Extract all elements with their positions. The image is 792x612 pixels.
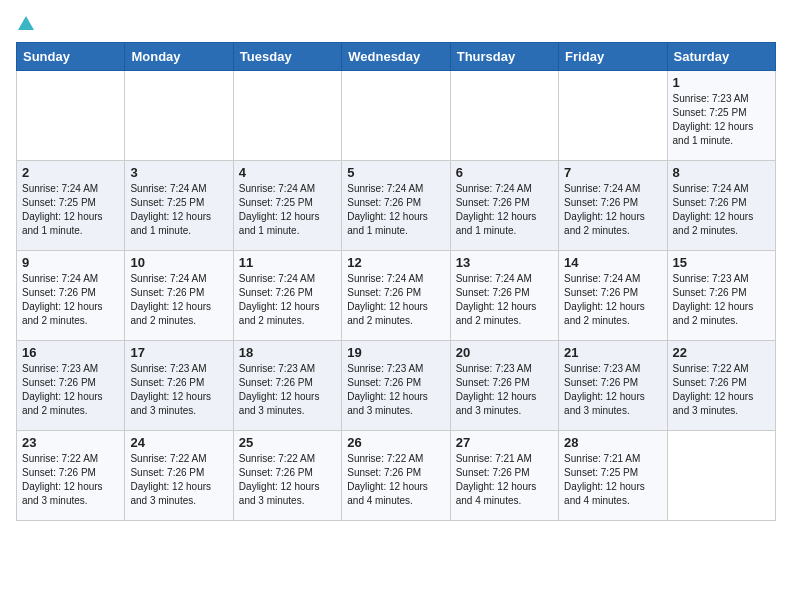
day-number: 25 <box>239 435 336 450</box>
day-number: 20 <box>456 345 553 360</box>
day-info: Sunrise: 7:24 AM Sunset: 7:26 PM Dayligh… <box>347 182 444 238</box>
calendar-cell: 18Sunrise: 7:23 AM Sunset: 7:26 PM Dayli… <box>233 341 341 431</box>
day-info: Sunrise: 7:24 AM Sunset: 7:26 PM Dayligh… <box>456 272 553 328</box>
day-number: 7 <box>564 165 661 180</box>
calendar-cell: 27Sunrise: 7:21 AM Sunset: 7:26 PM Dayli… <box>450 431 558 521</box>
day-info: Sunrise: 7:23 AM Sunset: 7:26 PM Dayligh… <box>347 362 444 418</box>
day-number: 5 <box>347 165 444 180</box>
calendar-cell: 24Sunrise: 7:22 AM Sunset: 7:26 PM Dayli… <box>125 431 233 521</box>
calendar-day-header: Friday <box>559 43 667 71</box>
day-info: Sunrise: 7:24 AM Sunset: 7:26 PM Dayligh… <box>22 272 119 328</box>
calendar-day-header: Thursday <box>450 43 558 71</box>
day-info: Sunrise: 7:23 AM Sunset: 7:25 PM Dayligh… <box>673 92 770 148</box>
calendar-cell: 16Sunrise: 7:23 AM Sunset: 7:26 PM Dayli… <box>17 341 125 431</box>
calendar-cell: 3Sunrise: 7:24 AM Sunset: 7:25 PM Daylig… <box>125 161 233 251</box>
day-number: 4 <box>239 165 336 180</box>
day-info: Sunrise: 7:21 AM Sunset: 7:25 PM Dayligh… <box>564 452 661 508</box>
day-number: 24 <box>130 435 227 450</box>
day-number: 16 <box>22 345 119 360</box>
day-number: 9 <box>22 255 119 270</box>
calendar-cell <box>233 71 341 161</box>
calendar-cell <box>342 71 450 161</box>
calendar-cell: 4Sunrise: 7:24 AM Sunset: 7:25 PM Daylig… <box>233 161 341 251</box>
day-info: Sunrise: 7:24 AM Sunset: 7:25 PM Dayligh… <box>130 182 227 238</box>
day-info: Sunrise: 7:23 AM Sunset: 7:26 PM Dayligh… <box>673 272 770 328</box>
day-info: Sunrise: 7:22 AM Sunset: 7:26 PM Dayligh… <box>130 452 227 508</box>
day-number: 6 <box>456 165 553 180</box>
calendar-cell: 25Sunrise: 7:22 AM Sunset: 7:26 PM Dayli… <box>233 431 341 521</box>
calendar-day-header: Wednesday <box>342 43 450 71</box>
calendar-cell <box>450 71 558 161</box>
calendar-cell: 21Sunrise: 7:23 AM Sunset: 7:26 PM Dayli… <box>559 341 667 431</box>
calendar-cell <box>17 71 125 161</box>
calendar-table: SundayMondayTuesdayWednesdayThursdayFrid… <box>16 42 776 521</box>
calendar-cell: 5Sunrise: 7:24 AM Sunset: 7:26 PM Daylig… <box>342 161 450 251</box>
day-number: 8 <box>673 165 770 180</box>
calendar-week-row: 2Sunrise: 7:24 AM Sunset: 7:25 PM Daylig… <box>17 161 776 251</box>
day-info: Sunrise: 7:22 AM Sunset: 7:26 PM Dayligh… <box>673 362 770 418</box>
day-info: Sunrise: 7:21 AM Sunset: 7:26 PM Dayligh… <box>456 452 553 508</box>
day-info: Sunrise: 7:23 AM Sunset: 7:26 PM Dayligh… <box>456 362 553 418</box>
calendar-cell: 9Sunrise: 7:24 AM Sunset: 7:26 PM Daylig… <box>17 251 125 341</box>
calendar-cell: 26Sunrise: 7:22 AM Sunset: 7:26 PM Dayli… <box>342 431 450 521</box>
calendar-cell: 22Sunrise: 7:22 AM Sunset: 7:26 PM Dayli… <box>667 341 775 431</box>
calendar-week-row: 23Sunrise: 7:22 AM Sunset: 7:26 PM Dayli… <box>17 431 776 521</box>
day-info: Sunrise: 7:24 AM Sunset: 7:26 PM Dayligh… <box>130 272 227 328</box>
day-number: 13 <box>456 255 553 270</box>
calendar-cell: 28Sunrise: 7:21 AM Sunset: 7:25 PM Dayli… <box>559 431 667 521</box>
day-info: Sunrise: 7:24 AM Sunset: 7:25 PM Dayligh… <box>22 182 119 238</box>
day-info: Sunrise: 7:24 AM Sunset: 7:25 PM Dayligh… <box>239 182 336 238</box>
calendar-day-header: Sunday <box>17 43 125 71</box>
calendar-cell: 15Sunrise: 7:23 AM Sunset: 7:26 PM Dayli… <box>667 251 775 341</box>
calendar-header-row: SundayMondayTuesdayWednesdayThursdayFrid… <box>17 43 776 71</box>
calendar-cell: 8Sunrise: 7:24 AM Sunset: 7:26 PM Daylig… <box>667 161 775 251</box>
day-number: 2 <box>22 165 119 180</box>
day-info: Sunrise: 7:23 AM Sunset: 7:26 PM Dayligh… <box>564 362 661 418</box>
calendar-day-header: Saturday <box>667 43 775 71</box>
calendar-cell: 20Sunrise: 7:23 AM Sunset: 7:26 PM Dayli… <box>450 341 558 431</box>
day-info: Sunrise: 7:24 AM Sunset: 7:26 PM Dayligh… <box>239 272 336 328</box>
day-number: 12 <box>347 255 444 270</box>
calendar-cell <box>667 431 775 521</box>
logo <box>16 16 34 34</box>
day-number: 10 <box>130 255 227 270</box>
calendar-cell <box>559 71 667 161</box>
calendar-week-row: 1Sunrise: 7:23 AM Sunset: 7:25 PM Daylig… <box>17 71 776 161</box>
calendar-cell: 7Sunrise: 7:24 AM Sunset: 7:26 PM Daylig… <box>559 161 667 251</box>
day-number: 11 <box>239 255 336 270</box>
day-info: Sunrise: 7:23 AM Sunset: 7:26 PM Dayligh… <box>22 362 119 418</box>
day-number: 18 <box>239 345 336 360</box>
day-number: 27 <box>456 435 553 450</box>
day-number: 22 <box>673 345 770 360</box>
day-number: 14 <box>564 255 661 270</box>
calendar-cell: 17Sunrise: 7:23 AM Sunset: 7:26 PM Dayli… <box>125 341 233 431</box>
calendar-day-header: Tuesday <box>233 43 341 71</box>
day-info: Sunrise: 7:24 AM Sunset: 7:26 PM Dayligh… <box>673 182 770 238</box>
calendar-day-header: Monday <box>125 43 233 71</box>
day-info: Sunrise: 7:23 AM Sunset: 7:26 PM Dayligh… <box>239 362 336 418</box>
day-number: 23 <box>22 435 119 450</box>
calendar-cell: 11Sunrise: 7:24 AM Sunset: 7:26 PM Dayli… <box>233 251 341 341</box>
calendar-cell: 2Sunrise: 7:24 AM Sunset: 7:25 PM Daylig… <box>17 161 125 251</box>
day-info: Sunrise: 7:23 AM Sunset: 7:26 PM Dayligh… <box>130 362 227 418</box>
calendar-week-row: 9Sunrise: 7:24 AM Sunset: 7:26 PM Daylig… <box>17 251 776 341</box>
day-number: 21 <box>564 345 661 360</box>
day-info: Sunrise: 7:24 AM Sunset: 7:26 PM Dayligh… <box>456 182 553 238</box>
calendar-week-row: 16Sunrise: 7:23 AM Sunset: 7:26 PM Dayli… <box>17 341 776 431</box>
day-number: 28 <box>564 435 661 450</box>
day-number: 26 <box>347 435 444 450</box>
day-number: 19 <box>347 345 444 360</box>
calendar-cell: 13Sunrise: 7:24 AM Sunset: 7:26 PM Dayli… <box>450 251 558 341</box>
day-number: 3 <box>130 165 227 180</box>
calendar-cell: 19Sunrise: 7:23 AM Sunset: 7:26 PM Dayli… <box>342 341 450 431</box>
logo-triangle-icon <box>18 16 34 30</box>
calendar-cell: 1Sunrise: 7:23 AM Sunset: 7:25 PM Daylig… <box>667 71 775 161</box>
day-info: Sunrise: 7:24 AM Sunset: 7:26 PM Dayligh… <box>564 272 661 328</box>
day-number: 15 <box>673 255 770 270</box>
calendar-cell: 10Sunrise: 7:24 AM Sunset: 7:26 PM Dayli… <box>125 251 233 341</box>
day-number: 17 <box>130 345 227 360</box>
day-number: 1 <box>673 75 770 90</box>
calendar-cell: 12Sunrise: 7:24 AM Sunset: 7:26 PM Dayli… <box>342 251 450 341</box>
day-info: Sunrise: 7:24 AM Sunset: 7:26 PM Dayligh… <box>347 272 444 328</box>
page-header <box>16 16 776 34</box>
